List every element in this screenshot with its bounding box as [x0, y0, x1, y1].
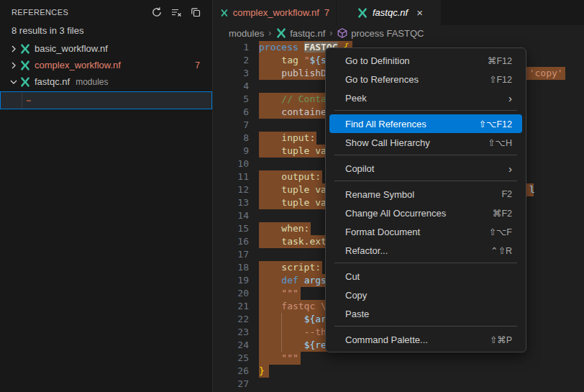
chevron-right-icon[interactable] [8, 60, 19, 71]
menu-item-go-to-definition[interactable]: Go to Definition ⌘F12 [329, 51, 522, 70]
code-line[interactable]: 25 """ [213, 352, 584, 365]
menu-item-shortcut: ⇧⌥F [488, 227, 512, 237]
line-number: 9 [213, 145, 249, 158]
line-number: 14 [213, 209, 249, 222]
menu-item-label: Paste [345, 309, 369, 319]
refresh-icon-button[interactable] [150, 6, 163, 19]
menu-item-copilot[interactable]: Copilot › [329, 159, 522, 178]
results-summary: 8 results in 3 files [0, 24, 212, 40]
line-number: 6 [213, 106, 249, 119]
menu-item-show-call-hierarchy[interactable]: Show Call Hierarchy ⇧⌥H [329, 133, 522, 152]
line-number: 10 [213, 158, 249, 170]
menu-separator [334, 181, 517, 181]
menu-item-shortcut: ⌘F12 [488, 55, 512, 66]
panel-title: REFERENCES [12, 8, 68, 17]
menu-item-copy[interactable]: Copy [329, 286, 522, 304]
breadcrumb-item[interactable]: fastqc.nf [275, 27, 325, 39]
chevron-down-icon[interactable] [8, 76, 19, 88]
line-number: 18 [213, 261, 249, 274]
tab-problem-badge: 7 [324, 7, 329, 18]
menu-item-format-document[interactable]: Format Document ⇧⌥F [329, 222, 522, 241]
line-number: 15 [213, 222, 249, 235]
menu-item-shortcut: F2 [501, 189, 512, 199]
tab-complex_workflow-nf[interactable]: complex_workflow.nf 7 [213, 0, 337, 25]
file-description: modules [76, 77, 108, 87]
menu-item-refactor[interactable]: Refactor... ⌃⇧R [329, 241, 522, 260]
line-number: 27 [213, 378, 249, 391]
nextflow-icon [220, 7, 229, 19]
menu-item-label: Show Call Hierarchy [345, 137, 430, 148]
menu-item-paste[interactable]: Paste [329, 304, 522, 323]
file-tree-item[interactable]: complex_workflow.nf 7 [0, 57, 212, 73]
menu-item-label: Cut [345, 271, 360, 282]
menu-item-shortcut: ⌘F2 [493, 208, 512, 219]
menu-item-label: Refactor... [345, 245, 388, 256]
menu-item-find-all-references[interactable]: Find All References ⇧⌥F12 [329, 114, 522, 133]
close-icon[interactable]: × [416, 7, 423, 18]
references-panel: REFERENCES 8 results in 3 files basic_wo… [0, 0, 213, 392]
breadcrumb-item[interactable]: process FASTQC [337, 27, 424, 39]
references-panel-header: REFERENCES [0, 0, 212, 24]
file-tree-item[interactable]: fastqc.nf modules [0, 73, 212, 90]
menu-separator [334, 326, 517, 327]
nextflow-icon [357, 7, 368, 19]
code-line[interactable]: 27 [213, 378, 584, 391]
nextflow-icon [19, 76, 31, 88]
menu-item-label: Find All References [345, 119, 426, 129]
file-tree-item[interactable]: basic_workflow.nf [0, 40, 212, 57]
menu-item-label: Go to References [345, 74, 419, 85]
nextflow-icon [275, 27, 287, 39]
menu-item-rename-symbol[interactable]: Rename Symbol F2 [329, 185, 522, 204]
chevron-right-icon[interactable] [8, 43, 19, 55]
menu-item-shortcut: ⇧⌘P [490, 334, 512, 345]
menu-item-label: Peek [345, 93, 367, 104]
line-number: 12 [213, 183, 249, 196]
tab-label: fastqc.nf [373, 7, 408, 18]
breadcrumb-item[interactable]: modules [229, 28, 264, 39]
line-number: 26 [213, 365, 249, 378]
panel-toolbar [150, 6, 202, 19]
menu-item-peek[interactable]: Peek › [329, 88, 522, 107]
line-number: 20 [213, 287, 249, 300]
menu-separator [334, 155, 517, 155]
tab-bar: complex_workflow.nf 7 fastqc.nf × [213, 0, 584, 25]
clear-all-icon-button[interactable] [170, 6, 183, 19]
line-number: 24 [213, 339, 249, 352]
menu-item-change-all-occurrences[interactable]: Change All Occurrences ⌘F2 [329, 204, 522, 222]
menu-item-label: Rename Symbol [345, 189, 414, 200]
line-number: 1 [213, 41, 249, 54]
nextflow-icon [19, 60, 31, 71]
reference-match-text [27, 100, 31, 101]
menu-item-label: Command Palette... [345, 334, 428, 345]
menu-item-shortcut: ⇧⌥F12 [479, 119, 512, 129]
reference-result-item[interactable] [0, 91, 212, 109]
line-number: 22 [213, 313, 249, 326]
menu-item-label: Copy [345, 290, 367, 301]
line-number: 5 [213, 93, 249, 106]
copy-icon-button[interactable] [189, 6, 202, 19]
menu-item-cut[interactable]: Cut [329, 267, 522, 286]
breadcrumb: modules › fastqc.nf › process FASTQC [213, 25, 584, 41]
file-name: fastqc.nf [35, 76, 70, 87]
file-name: basic_workflow.nf [35, 43, 108, 54]
clear-all-icon [170, 6, 182, 18]
submenu-arrow-icon: › [508, 93, 512, 104]
line-number: 7 [213, 119, 249, 132]
menu-item-label: Go to Definition [345, 55, 410, 66]
menu-item-go-to-references[interactable]: Go to References ⇧F12 [329, 70, 522, 88]
line-number: 13 [213, 196, 249, 209]
breadcrumb-separator: › [329, 28, 333, 38]
editor-context-menu: Go to Definition ⌘F12 Go to References ⇧… [325, 47, 526, 352]
line-number: 3 [213, 67, 249, 80]
menu-item-command-palette[interactable]: Command Palette... ⇧⌘P [329, 330, 522, 349]
tab-fastqc-nf[interactable]: fastqc.nf × [337, 0, 442, 25]
line-number: 8 [213, 132, 249, 145]
tab-label: complex_workflow.nf [233, 7, 319, 18]
code-line[interactable]: 26 } [213, 365, 584, 378]
symbol-object-icon [337, 27, 348, 39]
menu-item-label: Change All Occurrences [345, 208, 446, 219]
line-number: 21 [213, 300, 249, 313]
menu-separator [334, 263, 517, 263]
vscode-window: REFERENCES 8 results in 3 files basic_wo… [0, 0, 584, 392]
menu-item-label: Copilot [345, 163, 374, 174]
